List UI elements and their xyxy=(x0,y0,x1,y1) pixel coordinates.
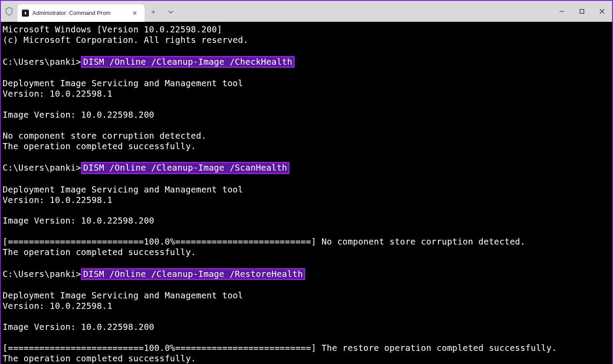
minimize-button[interactable] xyxy=(552,1,572,21)
highlighted-command-checkhealth: DISM /Online /Cleanup-Image /CheckHealth xyxy=(81,56,295,68)
app-window: ▮ Administrator: Command Prom ✕ ＋ Micros… xyxy=(0,0,613,364)
window-controls xyxy=(552,1,612,21)
progress-restore-line: [==========================100.0%=======… xyxy=(3,343,557,353)
close-tab-button[interactable]: ✕ xyxy=(130,9,140,18)
dism-header: Deployment Image Servicing and Managemen… xyxy=(3,185,243,195)
prompt-path: C:\Users\panki> xyxy=(3,163,81,173)
dism-header: Deployment Image Servicing and Managemen… xyxy=(3,78,243,88)
image-version: Image Version: 10.0.22598.200 xyxy=(3,216,154,226)
prompt-path: C:\Users\panki> xyxy=(3,269,81,279)
dism-version: Version: 10.0.22598.1 xyxy=(3,89,113,99)
dism-version: Version: 10.0.22598.1 xyxy=(3,195,113,205)
image-version: Image Version: 10.0.22598.200 xyxy=(3,110,154,120)
maximize-button[interactable] xyxy=(572,1,592,21)
cmd-icon: ▮ xyxy=(22,10,29,17)
dism-header: Deployment Image Servicing and Managemen… xyxy=(3,290,243,301)
dism-version: Version: 10.0.22598.1 xyxy=(3,301,113,311)
op-completed-line: The operation completed successfully. xyxy=(3,247,196,257)
close-window-button[interactable] xyxy=(592,1,612,21)
ms-version-line: Microsoft Windows [Version 10.0.22598.20… xyxy=(3,24,222,35)
no-corruption-line: No component store corruption detected. xyxy=(3,131,207,141)
shield-icon xyxy=(1,7,18,16)
highlighted-command-scanhealth: DISM /Online /Cleanup-Image /ScanHealth xyxy=(81,162,289,174)
svg-rect-1 xyxy=(580,9,584,13)
active-tab[interactable]: ▮ Administrator: Command Prom ✕ xyxy=(18,4,144,22)
highlighted-command-restorehealth: DISM /Online /Cleanup-Image /RestoreHeal… xyxy=(81,268,305,280)
op-completed-line: The operation completed successfully. xyxy=(3,354,196,364)
image-version: Image Version: 10.0.22598.200 xyxy=(3,322,154,332)
prompt-path: C:\Users\panki> xyxy=(3,57,81,67)
progress-line: [==========================100.0%=======… xyxy=(3,237,525,247)
tab-title: Administrator: Command Prom xyxy=(32,10,126,16)
terminal-output[interactable]: Microsoft Windows [Version 10.0.22598.20… xyxy=(1,22,612,364)
new-tab-button[interactable]: ＋ xyxy=(144,4,162,21)
copyright-line: (c) Microsoft Corporation. All rights re… xyxy=(3,35,248,45)
tab-dropdown-button[interactable] xyxy=(162,4,180,21)
op-completed-line: The operation completed successfully. xyxy=(3,141,196,151)
titlebar: ▮ Administrator: Command Prom ✕ ＋ xyxy=(1,1,612,22)
